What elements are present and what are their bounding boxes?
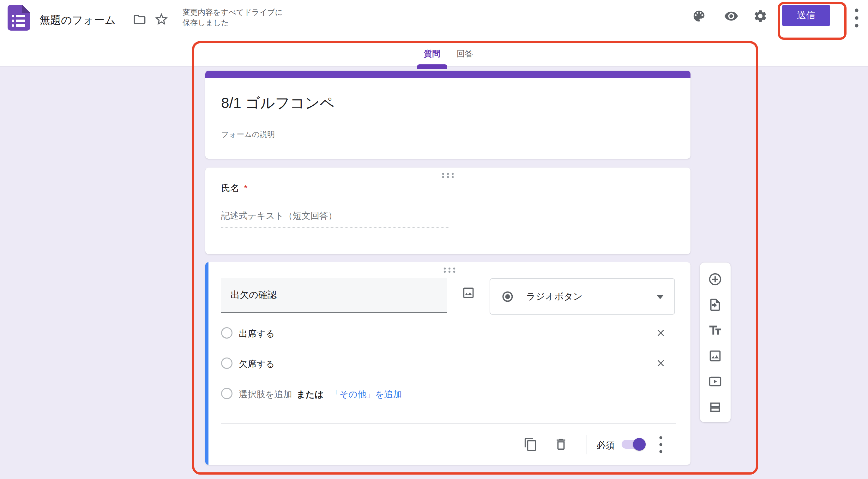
google-forms-editor: 無題のフォーム 変更内容をすべてドライブに 保存しました 送信 質問 回答 8/: [0, 0, 868, 479]
form-title[interactable]: 8/1 ゴルフコンペ: [221, 93, 335, 113]
radio-checked-icon: [502, 290, 514, 303]
radio-circle-icon: [221, 327, 232, 339]
question-card-1[interactable]: 氏名* 記述式テキスト（短文回答）: [205, 168, 690, 254]
question-card-2-active[interactable]: 出欠の確認 ラジオボタン 出席する 欠席する: [205, 262, 690, 465]
add-title-icon[interactable]: [708, 323, 722, 338]
option-row-2: 欠席する: [209, 356, 676, 370]
app-header: 無題のフォーム 変更内容をすべてドライブに 保存しました 送信 質問 回答: [0, 0, 868, 67]
add-section-icon[interactable]: [708, 400, 722, 414]
or-text: または: [297, 388, 324, 401]
question-type-dropdown[interactable]: ラジオボタン: [490, 278, 675, 315]
tab-questions[interactable]: 質問: [417, 47, 447, 61]
add-image-icon[interactable]: [708, 349, 722, 363]
settings-gear-icon[interactable]: [753, 9, 768, 23]
drag-handle-icon[interactable]: [442, 267, 457, 275]
footer-vertical-divider: [587, 435, 587, 454]
save-status-line2: 保存しました: [183, 18, 283, 28]
send-button[interactable]: 送信: [782, 5, 830, 26]
required-toggle[interactable]: [622, 440, 646, 449]
more-vertical-icon[interactable]: [657, 435, 664, 454]
save-status-line1: 変更内容をすべてドライブに: [183, 7, 283, 18]
theme-color-bar: [205, 71, 690, 78]
save-status: 変更内容をすべてドライブに 保存しました: [183, 7, 283, 28]
form-title-card: 8/1 ゴルフコンペ フォームの説明: [205, 71, 690, 159]
dropdown-caret-icon: [657, 295, 663, 299]
add-image-icon[interactable]: [462, 286, 475, 300]
question-1-text[interactable]: 氏名: [221, 183, 240, 193]
required-label: 必須: [596, 439, 615, 452]
tab-answers[interactable]: 回答: [452, 47, 477, 61]
duplicate-icon[interactable]: [523, 437, 538, 451]
required-asterisk: *: [244, 183, 248, 193]
preview-eye-icon[interactable]: [724, 9, 739, 23]
theme-palette-icon[interactable]: [692, 9, 706, 23]
question-type-label: ラジオボタン: [526, 290, 583, 303]
star-icon[interactable]: [154, 12, 169, 27]
move-to-folder-icon[interactable]: [133, 12, 147, 27]
remove-option-icon[interactable]: [655, 358, 666, 369]
active-tab-indicator: [417, 64, 447, 69]
import-questions-icon[interactable]: [708, 298, 722, 312]
option-2-label[interactable]: 欠席する: [239, 358, 275, 370]
forms-logo-icon[interactable]: [7, 5, 30, 31]
option-1-label[interactable]: 出席する: [239, 328, 275, 340]
short-answer-underline: [221, 218, 449, 228]
footer-divider: [221, 423, 676, 424]
add-option-button[interactable]: 選択肢を追加: [239, 388, 292, 401]
question-1-label: 氏名*: [221, 182, 248, 195]
drag-handle-icon[interactable]: [441, 172, 455, 180]
radio-circle-icon: [221, 357, 232, 369]
insert-toolbar: [700, 263, 731, 422]
add-video-icon[interactable]: [708, 374, 722, 389]
form-description-placeholder[interactable]: フォームの説明: [221, 129, 275, 139]
more-vertical-icon[interactable]: [853, 8, 861, 28]
toggle-thumb: [633, 438, 646, 451]
question-title-input[interactable]: 出欠の確認: [221, 278, 447, 313]
add-other-link[interactable]: 「その他」を追加: [331, 388, 402, 401]
remove-option-icon[interactable]: [655, 328, 666, 338]
trash-icon[interactable]: [554, 437, 568, 451]
add-option-row: 選択肢を追加 または 「その他」を追加: [209, 386, 676, 401]
option-row-1: 出席する: [209, 326, 676, 340]
document-title[interactable]: 無題のフォーム: [39, 13, 116, 28]
add-question-icon[interactable]: [708, 272, 722, 286]
radio-circle-icon: [221, 388, 232, 399]
